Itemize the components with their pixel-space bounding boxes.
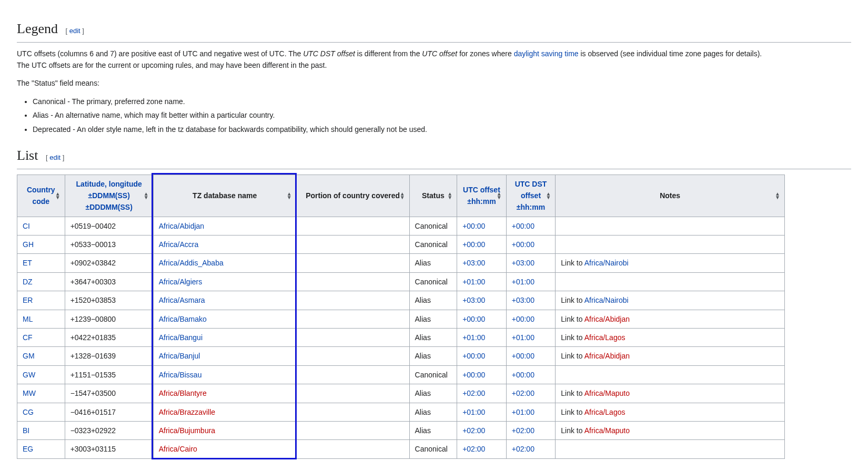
list-item: Alias - An alternative name, which may f… bbox=[33, 109, 851, 121]
edit-label: edit bbox=[49, 153, 60, 161]
dst-offset-link[interactable]: +00:00 bbox=[512, 371, 534, 379]
country-code-link[interactable]: ET bbox=[23, 259, 32, 267]
cell-notes: Link to Africa/Lagos bbox=[556, 403, 785, 421]
cell-utc: +01:00 bbox=[457, 329, 507, 347]
utc-offset-link[interactable]: +01:00 bbox=[462, 333, 485, 342]
tzname-link[interactable]: Africa/Blantyre bbox=[159, 389, 207, 397]
table-row: ER+1520+03853Africa/AsmaraAlias+03:00+03… bbox=[17, 291, 785, 310]
country-code-link[interactable]: BI bbox=[23, 426, 29, 435]
utc-offset-link[interactable]: +02:00 bbox=[462, 389, 485, 397]
dst-offset-link[interactable]: +01:00 bbox=[512, 278, 534, 286]
table-row: CI+0519−00402Africa/AbidjanCanonical+00:… bbox=[17, 217, 785, 235]
latlon-text: +0533−00013 bbox=[70, 240, 116, 249]
table-row: ML+1239−00800Africa/BamakoAlias+00:00+00… bbox=[17, 310, 785, 328]
link-daylight-saving-time[interactable]: daylight saving time bbox=[514, 49, 579, 58]
cell-country-code: GH bbox=[17, 236, 65, 254]
tzname-link[interactable]: Africa/Accra bbox=[159, 240, 198, 249]
utc-offset-link[interactable]: +01:00 bbox=[462, 408, 485, 416]
table-row: GM+1328−01639Africa/BanjulAlias+00:00+00… bbox=[17, 347, 785, 365]
tzname-link[interactable]: Africa/Bamako bbox=[159, 315, 207, 323]
note-link[interactable]: Africa/Lagos bbox=[584, 333, 625, 342]
country-code-link[interactable]: GW bbox=[23, 371, 35, 379]
note-link[interactable]: Africa/Abidjan bbox=[584, 315, 630, 323]
note-link[interactable]: Africa/Nairobi bbox=[584, 296, 629, 304]
tzname-link[interactable]: Africa/Cairo bbox=[159, 445, 197, 453]
dst-offset-link[interactable]: +02:00 bbox=[512, 389, 534, 397]
dst-offset-link[interactable]: +02:00 bbox=[512, 445, 534, 453]
col-header-portion[interactable]: Portion of country covered ▲▼ bbox=[296, 175, 409, 217]
note-link[interactable]: Africa/Abidjan bbox=[584, 352, 630, 360]
cell-country-code: MW bbox=[17, 384, 65, 403]
tzname-link[interactable]: Africa/Abidjan bbox=[159, 222, 204, 230]
utc-offset-link[interactable]: +01:00 bbox=[462, 278, 485, 286]
dst-offset-link[interactable]: +03:00 bbox=[512, 296, 534, 304]
dst-offset-link[interactable]: +00:00 bbox=[512, 315, 534, 323]
cell-latlon: −0416+01517 bbox=[65, 403, 153, 421]
dst-offset-link[interactable]: +00:00 bbox=[512, 222, 534, 230]
note-link[interactable]: Africa/Nairobi bbox=[584, 259, 629, 267]
dst-offset-link[interactable]: +01:00 bbox=[512, 408, 534, 416]
dst-offset-link[interactable]: +02:00 bbox=[512, 426, 534, 435]
col-header-dst-offset[interactable]: UTC DST offset ±hh:mm ▲▼ bbox=[506, 175, 556, 217]
utc-offset-link[interactable]: +03:00 bbox=[462, 259, 485, 267]
utc-offset-link[interactable]: +00:00 bbox=[462, 222, 485, 230]
tzname-link[interactable]: Africa/Asmara bbox=[159, 296, 205, 304]
note-link[interactable]: Africa/Maputo bbox=[584, 426, 630, 435]
cell-dst: +02:00 bbox=[506, 440, 556, 458]
country-code-link[interactable]: CI bbox=[23, 222, 30, 230]
cell-portion bbox=[296, 291, 409, 310]
col-header-latlon[interactable]: Latitude, longitude ±DDMM(SS) ±DDDMM(SS)… bbox=[65, 175, 153, 217]
note-prefix: Link to bbox=[561, 296, 584, 304]
country-code-link[interactable]: CG bbox=[23, 408, 34, 416]
edit-link-list[interactable]: [ edit ] bbox=[46, 153, 64, 161]
country-code-link[interactable]: GM bbox=[23, 352, 35, 360]
country-code-link[interactable]: DZ bbox=[23, 278, 33, 286]
note-link[interactable]: Africa/Lagos bbox=[584, 408, 625, 416]
col-header-country-code[interactable]: Country code ▲▼ bbox=[17, 175, 65, 217]
tzname-link[interactable]: Africa/Brazzaville bbox=[159, 408, 215, 416]
status-text: Alias bbox=[415, 389, 431, 397]
cell-utc: +02:00 bbox=[457, 422, 507, 440]
utc-offset-link[interactable]: +00:00 bbox=[462, 240, 485, 249]
country-code-link[interactable]: EG bbox=[23, 445, 33, 453]
cell-utc: +03:00 bbox=[457, 291, 507, 310]
dst-offset-link[interactable]: +00:00 bbox=[512, 240, 534, 249]
col-header-notes[interactable]: Notes ▲▼ bbox=[556, 175, 785, 217]
tzname-link[interactable]: Africa/Algiers bbox=[159, 278, 202, 286]
country-code-link[interactable]: GH bbox=[23, 240, 34, 249]
tzname-link[interactable]: Africa/Bujumbura bbox=[159, 426, 215, 435]
note-link[interactable]: Africa/Maputo bbox=[584, 389, 630, 397]
dst-offset-link[interactable]: +03:00 bbox=[512, 259, 534, 267]
tzname-link[interactable]: Africa/Bissau bbox=[159, 371, 202, 379]
status-text: Alias bbox=[415, 352, 431, 360]
cell-notes bbox=[556, 236, 785, 254]
cell-tzname: Africa/Asmara bbox=[153, 291, 296, 310]
country-code-link[interactable]: CF bbox=[23, 333, 33, 342]
col-header-status[interactable]: Status ▲▼ bbox=[409, 175, 457, 217]
edit-link-legend[interactable]: [ edit ] bbox=[65, 27, 84, 35]
utc-offset-link[interactable]: +02:00 bbox=[462, 426, 485, 435]
country-code-link[interactable]: MW bbox=[23, 389, 36, 397]
list-item: Deprecated - An older style name, left i… bbox=[33, 124, 851, 135]
col-header-tzname[interactable]: TZ database name ▲▼ bbox=[153, 175, 296, 217]
table-row: EG+3003+03115Africa/CairoCanonical+02:00… bbox=[17, 440, 785, 458]
country-code-link[interactable]: ML bbox=[23, 315, 33, 323]
utc-offset-link[interactable]: +00:00 bbox=[462, 371, 485, 379]
dst-offset-link[interactable]: +00:00 bbox=[512, 352, 534, 360]
utc-offset-link[interactable]: +02:00 bbox=[462, 445, 485, 453]
tzname-link[interactable]: Africa/Bangui bbox=[159, 333, 203, 342]
dst-offset-link[interactable]: +01:00 bbox=[512, 333, 534, 342]
utc-offset-link[interactable]: +03:00 bbox=[462, 296, 485, 304]
country-code-link[interactable]: ER bbox=[23, 296, 33, 304]
utc-offset-link[interactable]: +00:00 bbox=[462, 352, 485, 360]
tzname-link[interactable]: Africa/Addis_Ababa bbox=[159, 259, 224, 267]
tzname-link[interactable]: Africa/Banjul bbox=[159, 352, 200, 360]
status-text: Canonical bbox=[415, 278, 448, 286]
utc-offset-link[interactable]: +00:00 bbox=[462, 315, 485, 323]
cell-latlon: −0323+02922 bbox=[65, 422, 153, 440]
cell-latlon: +0902+03842 bbox=[65, 254, 153, 272]
cell-latlon: +1239−00800 bbox=[65, 310, 153, 328]
header-label: UTC DST offset bbox=[515, 180, 547, 200]
table-wrapper: Country code ▲▼ Latitude, longitude ±DDM… bbox=[17, 175, 785, 459]
col-header-utc-offset[interactable]: UTC offset ±hh:mm ▲▼ bbox=[457, 175, 507, 217]
